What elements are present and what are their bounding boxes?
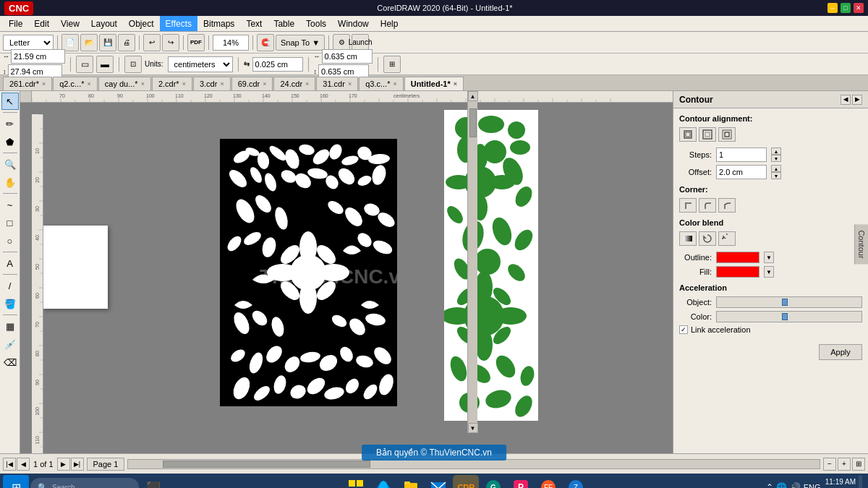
step2-input[interactable] (322, 49, 373, 64)
align-outside-btn[interactable] (718, 127, 736, 142)
page1-tab[interactable]: Page 1 (87, 458, 125, 471)
width-input[interactable] (11, 49, 65, 64)
tab-31cdr[interactable]: 31.cdr× (316, 77, 358, 90)
panel-next-btn[interactable]: ▶ (852, 95, 862, 105)
eraser-tool[interactable]: ⌫ (1, 354, 19, 371)
fill-color-swatch[interactable] (716, 266, 760, 278)
steps-down-btn[interactable]: ▼ (771, 155, 781, 162)
menu-edit[interactable]: Edit (28, 16, 55, 31)
outline-color-swatch[interactable] (716, 252, 760, 263)
minimize-button[interactable]: ─ (827, 3, 838, 13)
menu-table[interactable]: Table (268, 16, 300, 31)
print-button[interactable]: 🖨 (118, 34, 135, 51)
page-first-btn[interactable]: |◀ (3, 458, 16, 471)
pinned-files[interactable] (343, 475, 369, 488)
task-view-button[interactable]: ⬛ (140, 475, 166, 488)
menu-text[interactable]: Text (240, 16, 268, 31)
steps-up-btn[interactable]: ▲ (771, 147, 781, 155)
pinned-app7[interactable]: FF (535, 475, 561, 488)
start-button[interactable]: ⊞ (3, 475, 29, 488)
taskbar-search[interactable]: 🔍 Search (30, 478, 139, 488)
align-center-btn[interactable] (699, 127, 716, 142)
scroll-up-btn[interactable]: ▲ (468, 91, 478, 101)
panel-prev-btn[interactable]: ◀ (841, 95, 851, 105)
scroll-down-btn[interactable]: ▼ (468, 423, 478, 433)
zoom-in-btn[interactable]: + (838, 458, 851, 471)
color-slider[interactable] (716, 311, 862, 322)
tray-network[interactable]: 🌐 (776, 482, 787, 488)
h-scroll-thumb[interactable] (163, 461, 370, 468)
landscape-button[interactable]: ▬ (96, 56, 114, 73)
corner-miter-btn[interactable] (679, 198, 697, 213)
outline-dropdown-arrow[interactable]: ▼ (764, 252, 774, 263)
apply-button[interactable]: Apply (819, 344, 862, 360)
tab-261[interactable]: 261.cdr*× (3, 77, 52, 90)
blend-counter-btn[interactable] (718, 231, 736, 246)
offset-down-btn[interactable]: ▼ (771, 172, 781, 179)
new-button[interactable]: 📄 (61, 34, 79, 51)
menu-tools[interactable]: Tools (300, 16, 332, 31)
corner-bevel-btn[interactable] (718, 198, 736, 213)
options-button[interactable]: ⚙ (333, 34, 350, 51)
menu-view[interactable]: View (55, 16, 85, 31)
pinned-mail[interactable] (425, 475, 451, 488)
menu-effects[interactable]: Effects (160, 16, 197, 31)
tab-q2[interactable]: q2.c...*× (53, 77, 98, 90)
tray-lang[interactable]: ENG (804, 483, 821, 488)
canvas-vscrollbar[interactable]: ▲ ▼ (467, 91, 477, 433)
tab-untitled[interactable]: Untitled-1*× (404, 77, 464, 90)
tab-2cdr[interactable]: 2.cdr*× (152, 77, 192, 90)
redo-button[interactable]: ↪ (162, 34, 179, 51)
pinned-app5[interactable]: G (480, 475, 506, 488)
menu-object[interactable]: Object (123, 16, 160, 31)
tab-caydu[interactable]: cay du...*× (98, 77, 151, 90)
page-next-btn[interactable]: ▶ (57, 458, 70, 471)
page-prev-btn[interactable]: ◀ (17, 458, 30, 471)
portrait-button[interactable]: ▭ (76, 56, 93, 73)
snap-to-button[interactable]: Snap To ▼ (276, 35, 325, 51)
menu-bitmaps[interactable]: Bitmaps (197, 16, 240, 31)
system-clock[interactable]: 11:19 AM 6/26/2021 (824, 477, 856, 488)
menu-help[interactable]: Help (375, 16, 404, 31)
shape-tool[interactable]: ⬟ (1, 133, 19, 150)
units-select[interactable]: centimeters (168, 56, 233, 72)
blend-clockwise-btn[interactable] (699, 231, 716, 246)
pattern-tool[interactable]: ▦ (1, 317, 19, 335)
canvas-area[interactable]: 70 80 90 100 110 120 130 140 150 160 170… (20, 91, 673, 453)
close-button[interactable]: ✕ (854, 3, 864, 13)
select-tool[interactable]: ↖ (1, 93, 19, 110)
object-slider-thumb[interactable] (782, 299, 788, 306)
pdf-button[interactable]: PDF (187, 34, 205, 51)
tab-24cdr[interactable]: 24.cdr× (273, 77, 315, 90)
launch-button[interactable]: Launch (352, 34, 369, 51)
zoom-level[interactable]: 14% (213, 35, 249, 51)
fill-tool[interactable]: 🪣 (1, 295, 19, 312)
pinned-app8[interactable]: Z (563, 475, 589, 488)
zoom-fit-btn[interactable]: ⊞ (852, 458, 865, 471)
curve-tool[interactable]: ~ (1, 196, 19, 213)
steps-input[interactable] (716, 147, 767, 162)
nudge-input[interactable] (252, 57, 303, 72)
tab-3cdr[interactable]: 3.cdr× (193, 77, 231, 90)
undo-button[interactable]: ↩ (143, 34, 161, 51)
blend-linear-btn[interactable] (679, 231, 697, 246)
save-button[interactable]: 💾 (99, 34, 116, 51)
tray-up-arrow[interactable]: ⌃ (766, 482, 773, 488)
pinned-explorer[interactable] (398, 475, 424, 488)
pinned-edge[interactable] (370, 475, 396, 488)
rect-tool[interactable]: □ (1, 214, 19, 231)
pinned-corel[interactable]: CDR (453, 475, 479, 488)
show-desktop-btn[interactable] (859, 475, 862, 488)
pan-tool[interactable]: ✋ (1, 174, 19, 191)
canvas-content[interactable]: ThuVienCNC.vn (32, 103, 673, 453)
tab-69cdr[interactable]: 69.cdr× (231, 77, 273, 90)
tray-volume[interactable]: 🔊 (790, 482, 801, 488)
offset-up-btn[interactable]: ▲ (771, 165, 781, 172)
menu-window[interactable]: Window (332, 16, 375, 31)
line-tool[interactable]: / (1, 277, 19, 294)
color-slider-thumb[interactable] (782, 313, 788, 320)
offset-input[interactable] (716, 165, 767, 179)
ellipse-tool[interactable]: ○ (1, 232, 19, 249)
menu-layout[interactable]: Layout (85, 16, 123, 31)
scroll-thumb[interactable] (469, 108, 477, 137)
